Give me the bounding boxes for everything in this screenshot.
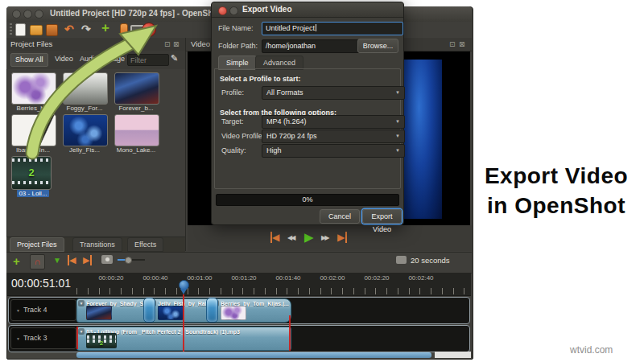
folder-path-input[interactable]: /home/jonathan [262,39,360,53]
center-playhead-icon[interactable] [101,255,113,264]
thumbnail-berries[interactable] [11,72,56,105]
panel-divider [185,38,186,251]
zoom-slider-knob[interactable] [125,257,132,264]
rewind-icon[interactable]: ◀◀ [287,234,294,242]
thumbnail-label: Ibanez_In... [9,146,57,154]
clip-menu-chevron-icon[interactable]: ▼ [78,300,85,306]
fast-forward-icon[interactable]: ▶▶ [321,234,328,242]
preview-video-frame-jellyfish [400,60,442,219]
video-profile-dropdown[interactable]: HD 720p 24 fps▼ [262,130,405,143]
panel-undock-icon[interactable]: ⊡ [449,38,456,51]
thumbnail-ibanez[interactable] [11,114,56,146]
zoom-scale-icon [396,256,407,264]
thumbnail-lollipop-audio[interactable]: 2 [11,156,52,190]
play-icon[interactable]: ▶ [304,230,314,244]
dropdown-arrow-icon: ▼ [395,130,400,142]
annotation-headline: Export Video in OpenShot [473,161,639,220]
panel-close-icon[interactable]: ⊠ [459,38,465,51]
text-caret [316,24,316,31]
filter-input[interactable] [127,54,169,66]
window-maximize-icon[interactable] [35,10,43,19]
clip-forever[interactable]: Forever_by_Shady_S. ▼ [76,298,150,323]
track-3-header[interactable]: ▼Track 3 [10,327,76,349]
project-files-title: Project Files [10,38,52,51]
new-project-icon[interactable] [15,23,26,36]
snapping-magnet-icon[interactable]: ∩ [30,254,45,269]
browse-button[interactable]: Browse... [357,39,398,53]
choose-profile-icon[interactable] [120,23,128,37]
clip-thumbnail [86,306,112,320]
tab-project-files[interactable]: Project Files [10,237,64,252]
timeline-hscroll-thumb[interactable] [76,352,431,358]
ruler-tick-label: 00:02:00 [315,274,350,282]
annotation-line2: in OpenShot [473,191,639,220]
dialog-close-icon[interactable] [218,6,227,15]
add-track-icon[interactable]: + [13,254,20,268]
filter-audio-button[interactable]: Audio [76,53,102,65]
timeline-zoom-slider[interactable] [118,259,145,261]
clip-berries[interactable]: Berries_by_Tom_Kijas.j... ▼ [211,298,291,323]
ruler-tick-label: 00:02:40 [403,274,439,282]
thumbnail-forever[interactable] [114,72,159,105]
profile-dropdown[interactable]: All Formats▼ [262,86,405,100]
panel-undock-icon[interactable]: ⊡ [164,38,171,51]
clip-jellyfish[interactable]: Jelly_Fish_by_RaDu_G ▼ [148,298,213,323]
clear-filter-brush-icon[interactable]: ✎ [171,53,178,64]
thumbnail-label: Foggy_For... [60,105,109,112]
clip-menu-chevron-icon[interactable]: ▼ [78,328,85,335]
export-progress-bar: 0% [216,194,399,206]
thumbnail-mono-lake[interactable] [114,114,159,146]
export-video-record-icon[interactable] [142,23,156,37]
jump-start-icon[interactable]: ◀ [270,232,279,243]
thumbnail-label: Jelly_Fis... [60,146,109,154]
filter-video-button[interactable]: Video [51,53,77,65]
quality-dropdown[interactable]: High▼ [262,144,405,158]
dropdown-arrow-icon: ▼ [395,87,400,99]
ruler-tick-label: 00:00:40 [138,274,173,282]
transition-marker[interactable] [206,298,218,323]
track-chevron-icon: ▼ [16,336,20,341]
ruler-tick-label: 00:02:20 [359,274,394,282]
clip-thumbnail [221,306,246,320]
next-marker-icon[interactable]: ▶ [83,255,92,265]
redo-icon[interactable]: ↷ [81,23,91,35]
target-dropdown[interactable]: MP4 (h.264)▼ [262,115,405,129]
window-minimize-icon[interactable] [23,10,32,19]
thumbnail-label: Forever_b... [112,105,160,112]
cancel-button[interactable]: Cancel [320,209,360,224]
dropdown-arrow-icon: ▼ [395,116,400,128]
playhead-line[interactable] [183,294,184,352]
panel-close-icon[interactable]: ⊠ [173,38,180,51]
thumbnail-jellyfish[interactable] [63,114,108,146]
dialog-minimize-icon[interactable] [229,6,238,15]
jump-end-icon[interactable]: ▶ [337,232,347,243]
filter-image-button[interactable]: Image [101,53,129,65]
open-project-icon[interactable] [30,25,43,35]
transition-marker[interactable] [143,298,155,323]
dropdown-arrow-icon: ▼ [395,145,400,157]
undo-icon[interactable]: ↶ [64,23,74,35]
add-marker-icon[interactable]: ▼ [53,256,61,265]
track-name: Track 4 [23,306,47,314]
import-files-icon[interactable]: + [101,23,109,34]
dialog-titlebar[interactable]: Export Video [212,2,403,18]
thumbnail-label: Berries_b... [9,105,57,112]
file-name-label: File Name: [218,24,254,32]
clip-trim-marker-right [289,315,291,351]
ruler-tick-label: 00:00:20 [93,274,129,282]
tab-transitions[interactable]: Transitions [72,237,122,252]
track-4-header[interactable]: ▼Track 4 [10,299,76,321]
export-video-button[interactable]: Export Video [362,209,402,224]
thumbnail-foggy-forest[interactable] [63,72,108,105]
video-profile-label: Video Profile: [221,132,264,140]
album-art-number: 2 [28,167,34,179]
previous-marker-icon[interactable]: ◀ [68,255,76,265]
ruler-tick-label: 00:01:40 [270,274,306,282]
tab-effects[interactable]: Effects [127,237,163,252]
file-name-input[interactable]: Untitled Project [262,22,403,35]
playhead-time-display: 00:00:51:01 [11,277,71,290]
filter-show-all-button[interactable]: Show All [10,53,48,67]
save-project-icon[interactable] [46,24,58,36]
window-close-icon[interactable] [12,10,21,19]
filter-bar: Show All Video Audio Image ✎ [6,51,185,69]
